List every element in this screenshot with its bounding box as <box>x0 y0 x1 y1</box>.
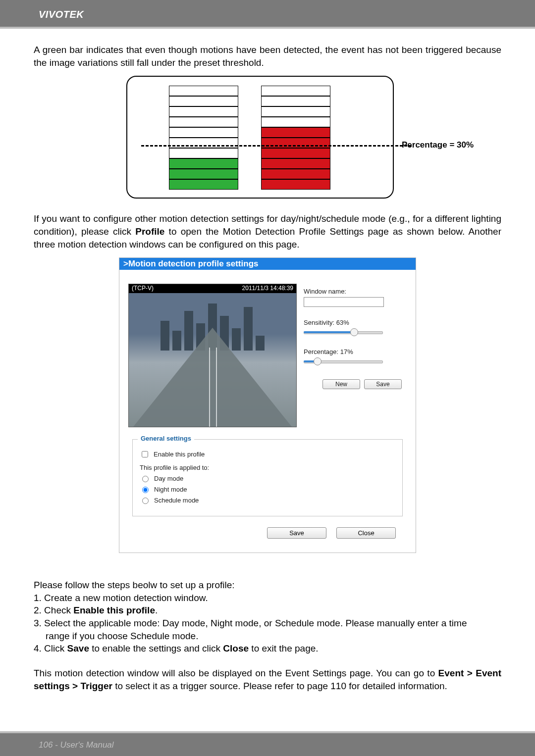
page-content: A green bar indicates that even though m… <box>0 29 535 692</box>
profile-settings-panel: >Motion detection profile settings (TCP-… <box>119 257 416 553</box>
schedule-mode-radio[interactable] <box>142 498 149 504</box>
night-mode-label: Night mode <box>154 486 187 493</box>
bar-column-right <box>261 86 330 190</box>
paragraph-green-bar: A green bar indicates that even though m… <box>34 44 501 69</box>
enable-profile-label: Enable this profile <box>154 451 205 458</box>
sensitivity-slider[interactable] <box>304 328 383 336</box>
panel-title: >Motion detection profile settings <box>119 258 416 270</box>
day-mode-label: Day mode <box>154 475 183 482</box>
general-settings-fieldset: General settings Enable this profile Thi… <box>132 439 403 516</box>
paragraph-profile: If you want to configure other motion de… <box>34 212 501 251</box>
controls-column: Window name: Sensitivity: 63% Percentage… <box>304 284 407 427</box>
percentage-slider[interactable] <box>304 357 383 365</box>
video-preview: (TCP-V) 2011/11/3 14:48:39 <box>128 284 297 427</box>
general-settings-legend: General settings <box>138 435 194 442</box>
applied-to-label: This profile is applied to: <box>140 464 395 471</box>
paragraph-event-settings: This motion detection window will also b… <box>34 667 501 692</box>
step-4: 4. Click Save to enable the settings and… <box>34 642 501 655</box>
footer-text: 106 - User's Manual <box>39 740 114 750</box>
window-name-input[interactable] <box>304 297 384 307</box>
threshold-diagram: Percentage = 30% <box>34 76 501 202</box>
preview-left-text: (TCP-V) <box>132 285 154 293</box>
enable-profile-checkbox[interactable] <box>142 451 148 457</box>
sensitivity-label: Sensitivity: 63% <box>304 319 407 326</box>
brand-logo: VIVOTEK <box>39 9 84 20</box>
save-button[interactable]: Save <box>364 379 402 389</box>
day-mode-radio[interactable] <box>142 476 149 482</box>
percentage-label: Percentage: 17% <box>304 348 407 355</box>
step-1: 1. Create a new motion detection window. <box>34 592 501 605</box>
panel-save-button[interactable]: Save <box>267 527 326 539</box>
panel-close-button[interactable]: Close <box>336 527 396 539</box>
step-2: 2. Check Enable this profile. <box>34 604 501 617</box>
step-3-line1: 3. Select the applicable mode: Day mode,… <box>34 617 501 630</box>
threshold-label: Percentage = 30% <box>402 140 474 150</box>
window-name-label: Window name: <box>304 288 407 295</box>
threshold-line <box>141 145 412 147</box>
header-band: VIVOTEK <box>0 0 535 29</box>
schedule-mode-label: Schedule mode <box>154 497 199 504</box>
steps-intro: Please follow the steps beolw to set up … <box>34 579 501 592</box>
night-mode-radio[interactable] <box>142 487 149 493</box>
new-button[interactable]: New <box>322 379 360 389</box>
footer-band: 106 - User's Manual <box>0 731 535 756</box>
bar-column-left <box>169 86 238 190</box>
step-3-line2: range if you choose Schedule mode. <box>34 630 501 643</box>
preview-timestamp: 2011/11/3 14:48:39 <box>242 285 293 293</box>
steps-block: Please follow the steps beolw to set up … <box>34 579 501 655</box>
